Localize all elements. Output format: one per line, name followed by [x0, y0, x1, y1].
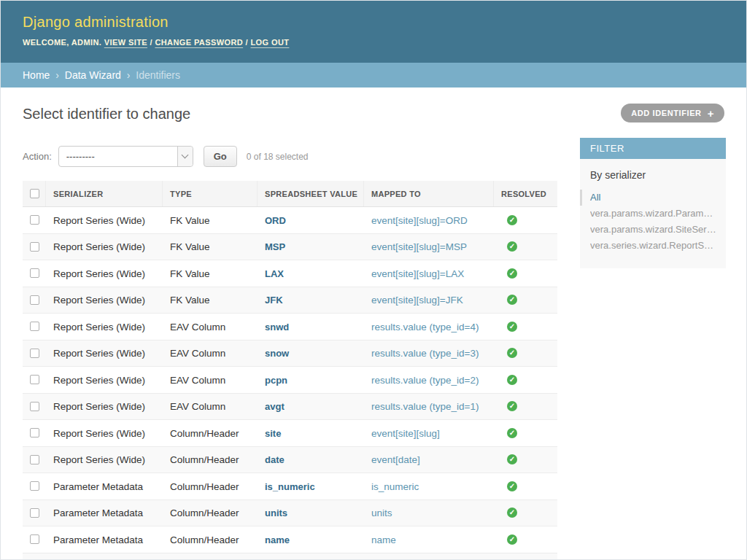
mapped-to-link[interactable]: event[date] — [371, 454, 420, 465]
row-checkbox[interactable] — [30, 428, 39, 438]
row-checkbox[interactable] — [30, 534, 39, 544]
column-header-resolved[interactable]: RESOLVED — [494, 181, 557, 206]
row-checkbox[interactable] — [30, 322, 39, 331]
spreadsheet-value-link[interactable]: date — [265, 454, 285, 465]
mapped-to-link[interactable]: event[site][slug]=JFK — [371, 295, 463, 306]
view-site-link[interactable]: VIEW SITE — [104, 38, 147, 47]
mapped-to-link[interactable]: units — [371, 508, 392, 518]
mapped-to-link[interactable]: event[site][slug] — [371, 428, 440, 439]
filter-option[interactable]: vera.params.wizard.SiteSer… — [590, 222, 716, 238]
type-cell: EAV Column — [170, 322, 225, 332]
row-checkbox[interactable] — [30, 455, 39, 464]
plus-icon: + — [708, 108, 714, 119]
row-checkbox[interactable] — [30, 295, 39, 305]
mapped-to-link[interactable]: event[site][slug]=LAX — [371, 268, 464, 279]
row-checkbox[interactable] — [30, 268, 39, 278]
resolved-check-icon: ✓ — [507, 375, 517, 385]
column-header-type[interactable]: TYPE — [163, 181, 258, 206]
column-header-serializer[interactable]: SERIALIZER — [46, 181, 163, 206]
spreadsheet-value-link[interactable]: site — [265, 428, 281, 439]
selection-status: 0 of 18 selected — [247, 152, 309, 162]
select-all-cell — [23, 181, 46, 206]
row-checkbox[interactable] — [30, 481, 39, 491]
add-identifier-label: ADD IDENTIFIER — [631, 109, 701, 117]
resolved-check-icon: ✓ — [507, 454, 517, 464]
row-checkbox[interactable] — [30, 349, 39, 358]
action-select-value: --------- — [66, 151, 95, 162]
spreadsheet-value-link[interactable]: units — [265, 508, 287, 518]
filter-option[interactable]: vera.series.wizard.ReportS… — [590, 238, 716, 254]
row-checkbox[interactable] — [30, 508, 39, 518]
table-row: Parameter Metadata Column/Header units u… — [23, 500, 557, 527]
spreadsheet-value-link[interactable]: pcpn — [265, 375, 287, 386]
go-button[interactable]: Go — [204, 146, 237, 167]
spreadsheet-value-link[interactable]: LAX — [265, 268, 284, 279]
mapped-to-link[interactable]: results.value (type_id=2) — [371, 375, 479, 386]
spreadsheet-value-link[interactable]: MSP — [265, 241, 285, 252]
mapped-to-link[interactable]: results.value (type_id=1) — [371, 401, 479, 412]
filter-option[interactable]: All — [580, 190, 716, 206]
serializer-cell: Report Series (Wide) — [53, 428, 145, 439]
filter-option[interactable]: vera.params.wizard.Param… — [590, 206, 716, 222]
breadcrumb-separator: › — [127, 69, 131, 81]
table-row: Report Series (Wide) Column/Header date … — [23, 447, 557, 474]
serializer-cell: Parameter Metadata — [53, 534, 143, 545]
type-cell: EAV Column — [170, 348, 225, 359]
breadcrumb-data-wizard-link[interactable]: Data Wizard — [65, 69, 121, 81]
spreadsheet-value-link[interactable]: name — [265, 534, 290, 545]
spreadsheet-value-link[interactable]: JFK — [265, 295, 283, 306]
row-checkbox[interactable] — [30, 375, 39, 384]
table-header-row: SERIALIZER TYPE SPREADSHEET VALUE MAPPED… — [23, 181, 557, 207]
table-row: Report Series (Wide) FK Value LAX event[… — [23, 260, 557, 287]
action-select[interactable]: --------- — [58, 146, 193, 167]
mapped-to-link[interactable]: results.value (type_id=3) — [371, 348, 479, 359]
mapped-to-link[interactable]: results.value (type_id=4) — [371, 322, 479, 332]
serializer-cell: Report Series (Wide) — [53, 454, 145, 465]
column-header-mapped-to[interactable]: MAPPED TO — [364, 181, 494, 206]
filter-panel-body: By serializer Allvera.params.wizard.Para… — [580, 159, 726, 268]
filter-panel-title: FILTER — [580, 138, 726, 159]
serializer-cell: Parameter Metadata — [53, 481, 143, 492]
site-title: Django administration — [23, 13, 724, 31]
chevron-down-icon — [177, 147, 193, 166]
user-tools: WELCOME, ADMIN. VIEW SITE / CHANGE PASSW… — [23, 37, 724, 47]
breadcrumb-home-link[interactable]: Home — [23, 69, 50, 81]
table-row: Report Series (Wide) FK Value ORD event[… — [23, 207, 557, 234]
type-cell: FK Value — [170, 295, 210, 306]
row-checkbox[interactable] — [30, 402, 39, 411]
spreadsheet-value-link[interactable]: is_numeric — [265, 481, 315, 492]
serializer-cell: Report Series (Wide) — [53, 348, 145, 359]
table-row: Parameter Metadata Column/Header is_nume… — [23, 473, 557, 500]
type-cell: Column/Header — [170, 481, 239, 492]
table-row: Report Series (Wide) Column/Header site … — [23, 420, 557, 447]
resolved-check-icon: ✓ — [507, 295, 517, 305]
spreadsheet-value-link[interactable]: snow — [265, 348, 289, 359]
select-all-checkbox[interactable] — [30, 189, 39, 198]
table-row: Report Series (Wide) FK Value MSP event[… — [23, 234, 557, 261]
add-identifier-button[interactable]: ADD IDENTIFIER + — [621, 104, 724, 122]
spreadsheet-value-link[interactable]: avgt — [265, 401, 285, 412]
type-cell: Column/Header — [170, 454, 239, 465]
admin-header: Django administration WELCOME, ADMIN. VI… — [1, 1, 746, 63]
mapped-to-link[interactable]: event[site][slug]=MSP — [371, 241, 467, 252]
resolved-check-icon: ✓ — [507, 481, 517, 491]
serializer-cell: Report Series (Wide) — [53, 268, 145, 279]
table-row: Report Series (Wide) EAV Column pcpn res… — [23, 367, 557, 394]
mapped-to-link[interactable]: event[site][slug]=ORD — [371, 215, 468, 226]
type-cell: FK Value — [170, 241, 210, 252]
spreadsheet-value-link[interactable]: snwd — [265, 322, 289, 332]
resolved-check-icon: ✓ — [507, 241, 517, 252]
resolved-check-icon: ✓ — [507, 428, 517, 438]
mapped-to-link[interactable]: name — [371, 534, 396, 545]
mapped-to-link[interactable]: is_numeric — [371, 481, 419, 492]
log-out-link[interactable]: LOG OUT — [251, 38, 290, 47]
spreadsheet-value-link[interactable]: ORD — [265, 215, 286, 226]
type-cell: EAV Column — [170, 401, 225, 412]
serializer-cell: Report Series (Wide) — [53, 215, 145, 226]
column-header-spreadsheet-value[interactable]: SPREADSHEET VALUE — [258, 181, 364, 206]
change-password-link[interactable]: CHANGE PASSWORD — [155, 38, 243, 47]
breadcrumb: Home › Data Wizard › Identifiers — [1, 63, 746, 88]
row-checkbox[interactable] — [30, 242, 39, 252]
row-checkbox[interactable] — [30, 215, 39, 225]
serializer-cell: Report Series (Wide) — [53, 241, 145, 252]
